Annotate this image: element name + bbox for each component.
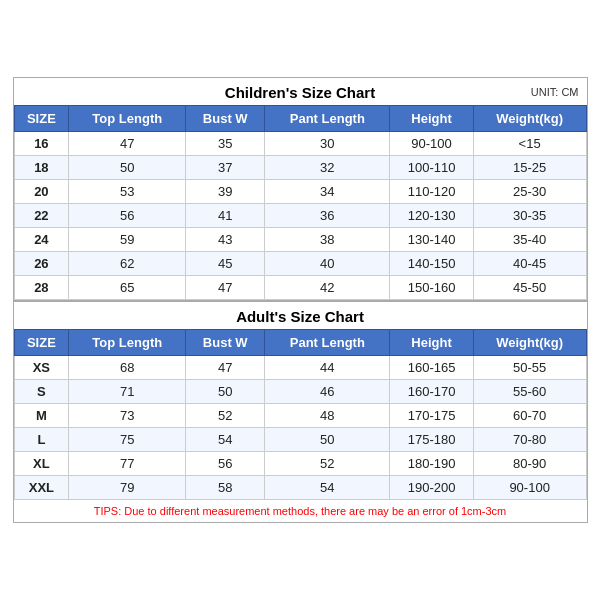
data-cell: 58	[186, 476, 265, 500]
data-cell: 39	[186, 180, 265, 204]
size-cell: XXL	[14, 476, 69, 500]
data-cell: 70-80	[473, 428, 586, 452]
size-cell: 22	[14, 204, 69, 228]
col-bust-w: Bust W	[186, 106, 265, 132]
col-size-adult: SIZE	[14, 330, 69, 356]
data-cell: 52	[186, 404, 265, 428]
children-size-table: SIZE Top Length Bust W Pant Length Heigh…	[14, 105, 587, 300]
size-cell: 18	[14, 156, 69, 180]
children-table-body: 1647353090-100<1518503732100-11015-25205…	[14, 132, 586, 300]
data-cell: 52	[265, 452, 390, 476]
size-cell: 26	[14, 252, 69, 276]
unit-label: UNIT: CM	[531, 86, 579, 98]
data-cell: 30	[265, 132, 390, 156]
data-cell: 80-90	[473, 452, 586, 476]
data-cell: 73	[69, 404, 186, 428]
data-cell: 59	[69, 228, 186, 252]
adult-title-text: Adult's Size Chart	[236, 308, 364, 325]
col-size: SIZE	[14, 106, 69, 132]
data-cell: 32	[265, 156, 390, 180]
data-cell: 53	[69, 180, 186, 204]
children-header-row: SIZE Top Length Bust W Pant Length Heigh…	[14, 106, 586, 132]
data-cell: 42	[265, 276, 390, 300]
children-title-text: Children's Size Chart	[225, 84, 375, 101]
table-row: M735248170-17560-70	[14, 404, 586, 428]
data-cell: 25-30	[473, 180, 586, 204]
data-cell: 43	[186, 228, 265, 252]
data-cell: 35-40	[473, 228, 586, 252]
data-cell: 34	[265, 180, 390, 204]
data-cell: 140-150	[390, 252, 473, 276]
data-cell: 54	[186, 428, 265, 452]
size-cell: 20	[14, 180, 69, 204]
data-cell: 47	[186, 356, 265, 380]
data-cell: 62	[69, 252, 186, 276]
data-cell: 41	[186, 204, 265, 228]
data-cell: 90-100	[390, 132, 473, 156]
data-cell: 15-25	[473, 156, 586, 180]
adult-header-row: SIZE Top Length Bust W Pant Length Heigh…	[14, 330, 586, 356]
data-cell: 180-190	[390, 452, 473, 476]
data-cell: 65	[69, 276, 186, 300]
children-section-title: Children's Size Chart UNIT: CM	[14, 78, 587, 105]
data-cell: <15	[473, 132, 586, 156]
data-cell: 56	[186, 452, 265, 476]
table-row: 18503732100-11015-25	[14, 156, 586, 180]
data-cell: 30-35	[473, 204, 586, 228]
col-bust-w-adult: Bust W	[186, 330, 265, 356]
adult-table-body: XS684744160-16550-55S715046160-17055-60M…	[14, 356, 586, 500]
data-cell: 160-170	[390, 380, 473, 404]
data-cell: 75	[69, 428, 186, 452]
data-cell: 50	[69, 156, 186, 180]
table-row: S715046160-17055-60	[14, 380, 586, 404]
data-cell: 44	[265, 356, 390, 380]
data-cell: 56	[69, 204, 186, 228]
data-cell: 90-100	[473, 476, 586, 500]
adult-section-title: Adult's Size Chart	[14, 300, 587, 329]
data-cell: 50-55	[473, 356, 586, 380]
data-cell: 110-120	[390, 180, 473, 204]
table-row: 26624540140-15040-45	[14, 252, 586, 276]
data-cell: 150-160	[390, 276, 473, 300]
data-cell: 71	[69, 380, 186, 404]
data-cell: 170-175	[390, 404, 473, 428]
data-cell: 54	[265, 476, 390, 500]
data-cell: 46	[265, 380, 390, 404]
size-cell: M	[14, 404, 69, 428]
size-cell: 24	[14, 228, 69, 252]
data-cell: 40	[265, 252, 390, 276]
data-cell: 130-140	[390, 228, 473, 252]
size-cell: XS	[14, 356, 69, 380]
data-cell: 47	[186, 276, 265, 300]
table-row: L755450175-18070-80	[14, 428, 586, 452]
col-pant-length-adult: Pant Length	[265, 330, 390, 356]
data-cell: 55-60	[473, 380, 586, 404]
table-row: XL775652180-19080-90	[14, 452, 586, 476]
size-cell: 28	[14, 276, 69, 300]
col-height: Height	[390, 106, 473, 132]
data-cell: 100-110	[390, 156, 473, 180]
data-cell: 68	[69, 356, 186, 380]
size-chart-container: Children's Size Chart UNIT: CM SIZE Top …	[13, 77, 588, 523]
data-cell: 40-45	[473, 252, 586, 276]
table-row: 20533934110-12025-30	[14, 180, 586, 204]
data-cell: 45	[186, 252, 265, 276]
col-height-adult: Height	[390, 330, 473, 356]
size-cell: L	[14, 428, 69, 452]
data-cell: 47	[69, 132, 186, 156]
col-weight: Weight(kg)	[473, 106, 586, 132]
size-cell: 16	[14, 132, 69, 156]
data-cell: 60-70	[473, 404, 586, 428]
table-row: 28654742150-16045-50	[14, 276, 586, 300]
data-cell: 160-165	[390, 356, 473, 380]
data-cell: 50	[265, 428, 390, 452]
data-cell: 79	[69, 476, 186, 500]
size-cell: XL	[14, 452, 69, 476]
data-cell: 50	[186, 380, 265, 404]
table-row: 24594338130-14035-40	[14, 228, 586, 252]
tips-text: TIPS: Due to different measurement metho…	[14, 500, 587, 522]
data-cell: 36	[265, 204, 390, 228]
table-row: 1647353090-100<15	[14, 132, 586, 156]
table-row: 22564136120-13030-35	[14, 204, 586, 228]
col-top-length-adult: Top Length	[69, 330, 186, 356]
